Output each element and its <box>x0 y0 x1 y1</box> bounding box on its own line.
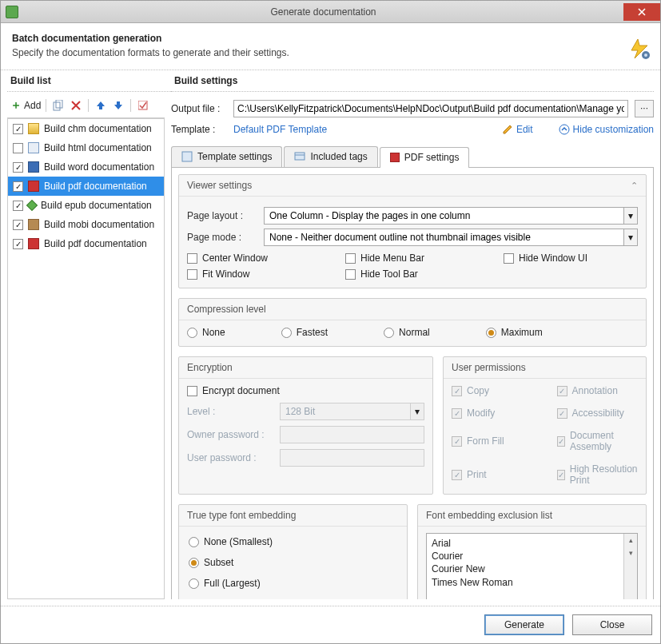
page-mode-label: Page mode : <box>187 232 257 243</box>
list-item-checkbox[interactable] <box>13 239 23 249</box>
compression-maximum-radio[interactable]: Maximum <box>486 327 543 338</box>
font-embedding-title: True type font embedding <box>187 510 296 521</box>
list-item[interactable]: Build html documentation <box>8 138 164 157</box>
pencil-icon <box>502 124 513 135</box>
fit-window-checkbox[interactable] <box>187 269 197 280</box>
generate-button[interactable]: Generate <box>484 614 564 635</box>
svg-rect-4 <box>56 100 62 108</box>
scroll-down-button[interactable]: ▾ <box>624 547 637 559</box>
page-layout-value[interactable] <box>264 207 623 225</box>
page-mode-combo[interactable]: ▾ <box>264 229 638 246</box>
compression-none-radio[interactable]: None <box>187 327 225 338</box>
list-item[interactable]: Build mobi documentation <box>8 215 164 234</box>
perm-annotation-checkbox <box>557 386 567 396</box>
list-item-checkbox[interactable] <box>13 124 23 134</box>
check-toggle-icon <box>138 101 148 110</box>
perm-label: Print <box>467 469 487 480</box>
perm-doc-assembly-checkbox <box>557 436 566 447</box>
font-exclusion-list[interactable]: ArialCourierCourier NewTimes New Roman ▴… <box>426 533 638 599</box>
font-embedding-group: True type font embedding None (Smallest)… <box>178 504 408 599</box>
hide-window-ui-checkbox[interactable] <box>504 253 514 264</box>
pdf-doc-icon <box>28 238 39 249</box>
tab-label: Template settings <box>197 151 272 162</box>
perm-formfill-checkbox <box>452 436 462 447</box>
page-mode-value[interactable] <box>264 229 623 246</box>
chevron-down-icon[interactable]: ▾ <box>623 229 638 246</box>
list-item-checkbox[interactable] <box>13 201 23 211</box>
perm-accessibility-checkbox <box>557 408 567 419</box>
move-down-button[interactable] <box>111 98 125 113</box>
add-build-button[interactable]: ＋ Add <box>10 98 41 113</box>
radio-label: Maximum <box>501 327 543 338</box>
perm-label: High Resolution Print <box>570 463 638 486</box>
list-item-checkbox[interactable] <box>13 181 23 192</box>
window-close-button[interactable] <box>623 3 660 21</box>
center-window-checkbox[interactable] <box>187 253 197 264</box>
output-file-label: Output file : <box>171 103 227 114</box>
move-up-button[interactable] <box>94 98 108 113</box>
build-list[interactable]: Build chm documentationBuild html docume… <box>7 118 165 599</box>
delete-button[interactable] <box>69 98 83 113</box>
build-list-panel: Build list ＋ Add Build chm documentation… <box>7 70 171 599</box>
list-item[interactable]: Build word documentation <box>8 157 164 177</box>
perm-label: Document Assembly <box>570 430 638 452</box>
output-file-input[interactable] <box>233 100 628 117</box>
hide-customization-button[interactable]: Hide customization <box>559 124 654 135</box>
perm-copy-checkbox <box>452 386 462 396</box>
owner-password-input <box>280 426 424 443</box>
list-item[interactable]: Build epub documentation <box>8 196 164 215</box>
radio-label: Full (Largest) <box>204 578 261 589</box>
list-item[interactable]: Build pdf documentation <box>8 177 164 196</box>
toolbar-divider <box>46 99 46 112</box>
font-list-item[interactable]: Courier New <box>432 563 632 575</box>
compression-normal-radio[interactable]: Normal <box>384 327 430 338</box>
viewer-settings-title: Viewer settings <box>187 180 252 191</box>
template-row: Template : Default PDF Template Edit Hid… <box>171 124 654 135</box>
owner-password-label: Owner password : <box>187 429 273 440</box>
list-item-checkbox[interactable] <box>13 143 23 153</box>
collapse-group-button[interactable]: ⌃ <box>631 181 638 191</box>
scrollbar[interactable]: ▴ ▾ <box>623 534 637 599</box>
tags-tab-icon <box>294 151 305 162</box>
delete-icon <box>71 101 81 110</box>
list-item[interactable]: Build chm documentation <box>8 119 164 138</box>
edit-label: Edit <box>516 124 533 135</box>
dialog-window: Generate documentation Batch documentati… <box>0 0 661 644</box>
font-list-item[interactable]: Courier <box>432 550 632 563</box>
template-link[interactable]: Default PDF Template <box>233 124 327 135</box>
page-layout-combo[interactable]: ▾ <box>264 207 638 225</box>
font-embed-full-radio[interactable]: Full (Largest) <box>189 578 397 589</box>
font-list-item[interactable]: Times New Roman <box>432 576 632 589</box>
encrypt-document-checkbox[interactable] <box>187 386 197 396</box>
close-button[interactable]: Close <box>572 614 652 635</box>
list-item-checkbox[interactable] <box>13 162 23 173</box>
scroll-up-button[interactable]: ▴ <box>624 534 637 547</box>
tab-template-settings[interactable]: Template settings <box>171 146 282 167</box>
list-item-checkbox[interactable] <box>13 220 23 230</box>
tab-included-tags[interactable]: Included tags <box>284 146 377 167</box>
font-list-item[interactable]: Arial <box>432 537 632 550</box>
tab-pdf-settings[interactable]: PDF settings <box>380 147 470 168</box>
hide-menubar-checkbox[interactable] <box>345 253 356 264</box>
template-label: Template : <box>171 124 227 135</box>
duplicate-button[interactable] <box>51 98 66 113</box>
edit-template-button[interactable]: Edit <box>502 124 533 135</box>
toolbar-divider <box>88 99 89 112</box>
browse-button[interactable]: ··· <box>635 100 654 117</box>
font-embed-subset-radio[interactable]: Subset <box>189 557 397 568</box>
header-subtitle: Specify the documentation formats to gen… <box>12 47 649 58</box>
hide-toolbar-label: Hide Tool Bar <box>360 268 418 280</box>
svg-point-2 <box>644 54 647 57</box>
list-item-label: Build chm documentation <box>44 123 152 134</box>
arrow-up-icon <box>96 101 106 110</box>
hide-menubar-label: Hide Menu Bar <box>360 252 424 264</box>
toggle-check-button[interactable] <box>136 98 150 113</box>
window-title: Generate documentation <box>23 6 623 18</box>
compression-fastest-radio[interactable]: Fastest <box>281 327 328 338</box>
list-item[interactable]: Build pdf documentation <box>8 234 164 253</box>
font-embed-none-radio[interactable]: None (Smallest) <box>189 536 397 547</box>
list-item-label: Build pdf documentation <box>44 181 147 192</box>
hide-toolbar-checkbox[interactable] <box>345 269 356 280</box>
chevron-down-icon[interactable]: ▾ <box>623 207 638 225</box>
font-exclusion-title: Font embedding exclusion list <box>426 510 552 521</box>
